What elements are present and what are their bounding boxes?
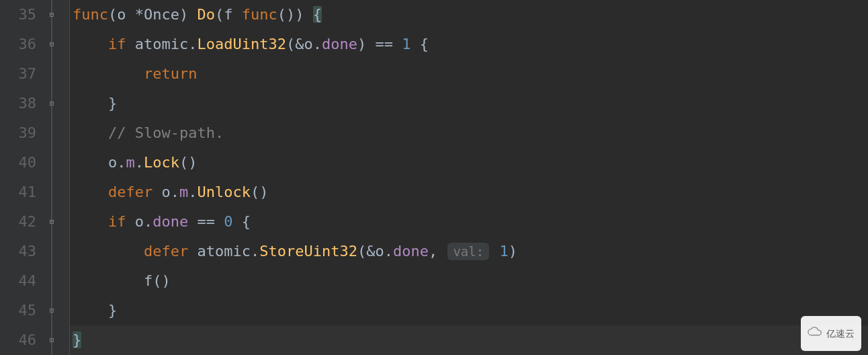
cloud-icon [808,319,822,348]
fold-end-icon[interactable]: ⊡ [47,306,56,315]
line-number: 35 [0,0,36,30]
brace-close: } [108,95,117,112]
var-id: o [161,184,170,200]
paren: () [251,184,269,200]
indent [73,95,108,112]
paren: () [277,6,296,23]
indent [73,36,108,52]
code-line[interactable]: if atomic.LoadUint32(&o.done) == 1 { [73,30,868,59]
indent [73,65,144,82]
paren: ( [357,243,366,260]
inlay-hint: val: [447,243,489,260]
space [215,213,224,230]
field-id: done [322,36,357,52]
fold-end-icon[interactable]: ⊡ [47,99,56,108]
line-number: 41 [0,178,36,207]
var-id: f [144,272,153,289]
fold-column[interactable]: ⊟ ⊟ ⊡ ⊟ ⊡ ⊡ [48,0,70,355]
watermark-text: 亿速云 [826,319,855,348]
addr-of: & [295,36,304,52]
keyword-if: if [108,36,135,52]
line-number: 44 [0,266,36,296]
field-id: m [126,154,134,171]
space [393,36,402,52]
indent [73,302,108,319]
code-line[interactable]: } [73,89,868,118]
code-area[interactable]: func(o *Once) Do(f func()) { if atomic.L… [70,0,868,355]
keyword-return: return [144,65,197,82]
code-line[interactable]: defer atomic.StoreUint32(&o.done, val: 1… [73,237,868,266]
indent [73,124,108,141]
code-line[interactable]: if o.done == 0 { [73,207,868,237]
dot: . [171,184,179,200]
pointer-star: * [135,6,144,23]
paren: ( [286,36,295,52]
keyword-func: func [73,6,108,23]
paren: () [179,154,198,171]
space [232,213,241,230]
line-number: 39 [0,118,36,148]
indent [73,184,108,200]
code-line[interactable]: func(o *Once) Do(f func()) { [73,0,868,30]
comma: , [429,243,447,260]
dot: . [188,36,197,52]
func-call: StoreUint32 [259,243,357,260]
paren: ) [179,6,198,23]
brace-open: { [420,36,429,52]
brace-open: { [313,6,322,23]
dot: . [144,213,153,230]
eq-op: == [375,36,393,52]
line-number: 45 [0,296,36,325]
package-id: atomic [197,243,250,260]
line-number-gutter: 35 36 37 38 39 40 41 42 43 44 45 46 [0,0,48,355]
field-id: m [179,184,188,200]
indent [73,272,144,289]
code-line[interactable]: // Slow-path. [73,118,868,148]
brace-close: } [73,331,81,348]
var-id: o [304,36,312,52]
package-id: atomic [135,36,188,52]
line-number: 46 [0,325,36,355]
paren: ) [295,6,313,23]
dot: . [135,154,144,171]
indent [73,213,108,230]
indent [73,243,144,260]
code-line[interactable]: defer o.m.Unlock() [73,178,868,207]
number-literal: 0 [224,213,232,230]
indent [73,154,108,171]
code-line[interactable]: o.m.Lock() [73,148,868,178]
line-number: 40 [0,148,36,178]
eq-op: == [197,213,215,230]
paren: ) [357,36,376,52]
dot: . [188,184,197,200]
fold-toggle-icon[interactable]: ⊟ [47,10,56,19]
var-id: o [375,243,384,260]
space [410,36,419,52]
current-line-highlight [70,325,868,355]
code-editor[interactable]: 35 36 37 38 39 40 41 42 43 44 45 46 ⊟ ⊟ … [0,0,868,355]
fold-toggle-icon[interactable]: ⊟ [47,217,56,227]
var-id: o [108,154,117,171]
func-name: Do [197,6,215,23]
watermark-badge: 亿速云 [801,316,861,351]
field-id: done [393,243,429,260]
fold-toggle-icon[interactable]: ⊟ [47,40,56,49]
paren: ) [509,243,517,260]
code-line[interactable]: } [73,296,868,325]
param-id: f [224,6,242,23]
comment: // Slow-path. [108,124,224,141]
code-line[interactable]: return [73,59,868,89]
type-name: Once [144,6,179,23]
space [490,243,499,260]
line-number: 42 [0,207,36,237]
code-line[interactable]: f() [73,266,868,296]
dot: . [313,36,322,52]
paren: () [153,272,171,289]
fold-end-icon[interactable]: ⊡ [47,336,56,345]
func-call: Unlock [197,184,250,200]
dot: . [117,154,126,171]
dot: . [251,243,259,260]
brace-close: } [108,302,117,319]
paren: ( [215,6,224,23]
dot: . [384,243,393,260]
